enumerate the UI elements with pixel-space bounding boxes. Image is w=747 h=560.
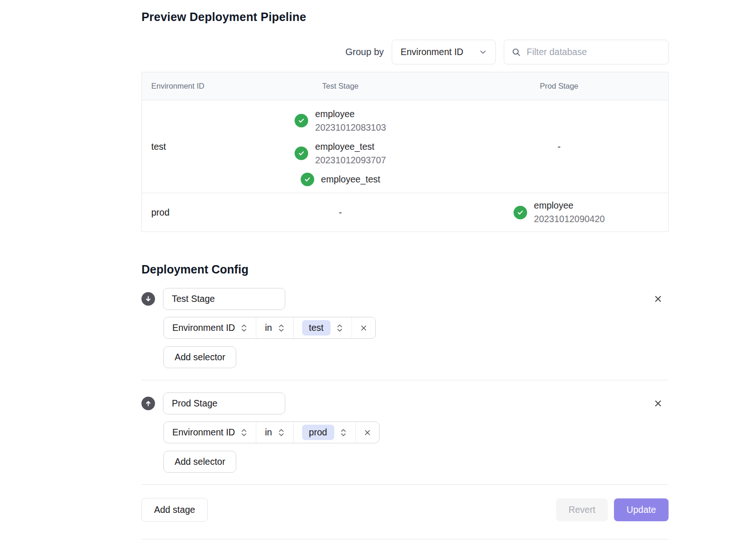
test-stage-cell: employee 20231012083103 employee_test 20… — [231, 107, 450, 186]
updown-chevrons-icon — [278, 323, 285, 333]
updown-chevrons-icon — [336, 323, 343, 333]
column-header-prod-stage: Prod Stage — [450, 82, 668, 91]
update-button[interactable]: Update — [614, 498, 669, 521]
selector-key-select[interactable]: Environment ID — [164, 317, 256, 338]
table-row: prod - employee 20231012090420 — [142, 193, 668, 231]
database-version: 20231012093707 — [315, 154, 386, 167]
database-version: 20231012083103 — [315, 121, 386, 134]
database-label: employee 20231012083103 — [315, 107, 386, 134]
table-controls: Group by Environment ID — [141, 40, 669, 64]
stage-name-input[interactable] — [163, 288, 285, 310]
stage-config-test: Environment ID in test — [141, 288, 669, 380]
search-icon — [512, 48, 521, 57]
selector-operator-select[interactable]: in — [256, 317, 293, 338]
success-check-icon — [295, 147, 308, 160]
column-header-test-stage: Test Stage — [231, 82, 450, 91]
stage-head — [141, 392, 669, 414]
database-name: employee — [315, 107, 386, 121]
stage-config-prod: Environment ID in prod — [141, 392, 669, 485]
selector-key-select[interactable]: Environment ID — [164, 422, 256, 443]
prod-stage-cell: - — [450, 141, 668, 152]
remove-selector-close-icon[interactable] — [355, 422, 379, 443]
database-label: employee_test 20231012093707 — [315, 140, 386, 167]
stage-divider — [141, 484, 669, 485]
empty-stage-placeholder: - — [557, 141, 561, 152]
updown-chevrons-icon — [240, 428, 247, 437]
filter-database-box — [504, 40, 669, 64]
selector-values-select[interactable]: test — [293, 317, 352, 338]
database-name: employee_test — [321, 173, 381, 186]
filter-database-input[interactable] — [527, 47, 661, 57]
selector-operator-value: in — [265, 322, 272, 333]
remove-selector-close-icon[interactable] — [352, 317, 375, 338]
stage-head — [141, 288, 669, 310]
add-stage-button[interactable]: Add stage — [141, 498, 208, 522]
arrow-up-circle-icon — [141, 397, 155, 410]
group-by-label: Group by — [345, 47, 384, 57]
database-name: employee — [534, 199, 605, 212]
database-item: employee 20231012090420 — [514, 199, 605, 226]
page-title: Preview Deployment Pipeline — [141, 10, 669, 24]
selector-value-tag: test — [302, 320, 331, 336]
updown-chevrons-icon — [278, 428, 285, 437]
add-selector-button[interactable]: Add selector — [163, 346, 236, 368]
database-label: employee 20231012090420 — [534, 199, 605, 226]
table-row: test employee 20231012083103 — [142, 100, 668, 193]
environment-id-cell: test — [142, 141, 231, 152]
selector-values-select[interactable]: prod — [293, 422, 355, 443]
footer-right-actions: Revert Update — [556, 498, 669, 521]
success-check-icon — [295, 114, 308, 127]
prod-stage-cell: employee 20231012090420 — [450, 199, 668, 226]
updown-chevrons-icon — [340, 428, 347, 437]
selector-key-value: Environment ID — [172, 322, 235, 333]
updown-chevrons-icon — [240, 323, 247, 333]
database-item: employee_test — [301, 173, 381, 186]
database-version: 20231012090420 — [534, 212, 605, 226]
database-item: employee_test 20231012093707 — [295, 140, 386, 167]
selector-operator-value: in — [265, 427, 272, 438]
success-check-icon — [514, 206, 527, 219]
empty-stage-placeholder: - — [339, 207, 342, 218]
database-name: employee_test — [315, 140, 386, 154]
group-by-select[interactable]: Environment ID — [392, 40, 496, 64]
revert-button[interactable]: Revert — [556, 498, 608, 521]
selector-value-tag: prod — [302, 425, 334, 440]
remove-stage-close-icon[interactable] — [653, 399, 663, 408]
database-label: employee_test — [321, 173, 381, 186]
selector-row: Environment ID in prod — [163, 421, 380, 443]
arrow-down-circle-icon — [141, 292, 155, 306]
deployment-config-title: Deployment Config — [141, 263, 669, 276]
footer-actions: Add stage Revert Update — [141, 498, 669, 522]
page-content: Preview Deployment Pipeline Group by Env… — [141, 0, 669, 539]
group-by-selected-value: Environment ID — [401, 47, 463, 57]
stage-divider — [141, 380, 669, 380]
success-check-icon — [301, 173, 314, 186]
remove-stage-close-icon[interactable] — [653, 294, 663, 304]
environment-id-cell: prod — [142, 207, 231, 218]
selector-key-value: Environment ID — [172, 427, 235, 438]
stage-name-input[interactable] — [163, 392, 285, 414]
chevron-down-icon — [479, 48, 487, 56]
add-selector-button[interactable]: Add selector — [163, 451, 236, 473]
test-stage-cell: - — [231, 207, 450, 218]
bottom-divider — [141, 539, 669, 539]
pipeline-table-header: Environment ID Test Stage Prod Stage — [142, 72, 668, 100]
column-header-environment-id: Environment ID — [142, 82, 231, 91]
pipeline-table: Environment ID Test Stage Prod Stage tes… — [141, 72, 669, 232]
database-item: employee 20231012083103 — [295, 107, 386, 134]
selector-operator-select[interactable]: in — [256, 422, 293, 443]
selector-row: Environment ID in test — [163, 317, 376, 339]
